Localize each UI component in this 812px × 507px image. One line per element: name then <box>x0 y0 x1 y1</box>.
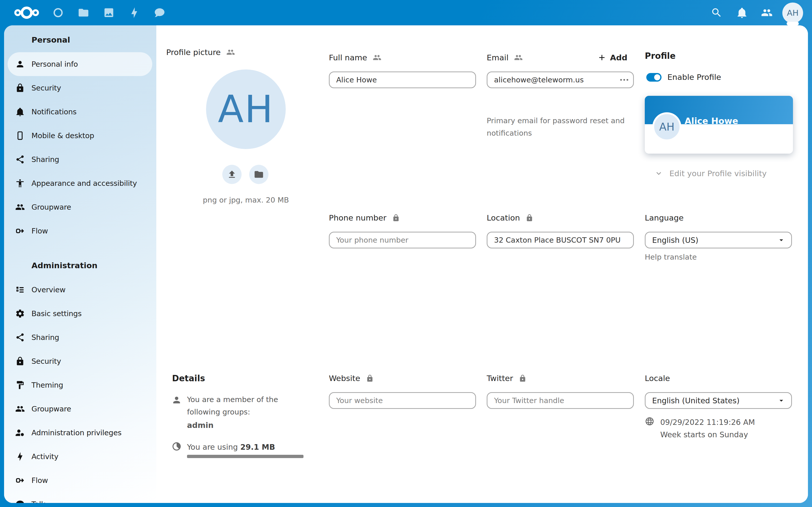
sidebar-item-flow[interactable]: Flow <box>8 219 152 243</box>
details-heading: Details <box>172 373 205 384</box>
search-icon[interactable] <box>711 7 722 18</box>
photos-icon[interactable] <box>103 7 115 18</box>
email-field-wrap <box>487 71 634 88</box>
settings-shell: Personal Personal info Security Notifica… <box>4 25 808 503</box>
group-name: admin <box>187 421 214 430</box>
sidebar-item-mobile-desktop[interactable]: Mobile & desktop <box>8 124 152 148</box>
scope-lock-icon[interactable] <box>392 214 400 222</box>
flow-icon <box>15 226 25 236</box>
bolt-icon <box>15 452 25 461</box>
full-name-input[interactable] <box>329 71 476 88</box>
sidebar-item-admin-talk[interactable]: Talk <box>8 492 152 503</box>
edit-profile-visibility-button[interactable]: Edit your Profile visibility <box>654 168 767 179</box>
sidebar-item-administration-privileges[interactable]: Administration privileges <box>8 421 152 445</box>
bell-icon <box>15 107 25 117</box>
groups-membership-text: You are a member of the following groups… <box>187 393 304 418</box>
website-input[interactable] <box>329 392 476 409</box>
settings-sidebar: Personal Personal info Security Notifica… <box>4 25 156 503</box>
sidebar-item-personal-info[interactable]: Personal info <box>8 52 152 76</box>
people-icon <box>15 202 25 212</box>
sidebar-item-admin-flow[interactable]: Flow <box>8 468 152 492</box>
scope-contacts-icon[interactable] <box>373 53 382 62</box>
sidebar-item-admin-sharing[interactable]: Sharing <box>8 326 152 349</box>
sidebar-item-notifications[interactable]: Notifications <box>8 100 152 124</box>
sidebar-item-admin-security[interactable]: Security <box>8 349 152 373</box>
enable-profile-toggle[interactable] <box>646 73 662 81</box>
lock-icon <box>15 356 25 366</box>
quota-value: 29.1 MB <box>240 443 275 451</box>
add-email-button[interactable]: Add <box>597 52 627 63</box>
talk-icon <box>15 499 25 503</box>
language-select[interactable]: English (US) <box>645 232 792 248</box>
profile-card-name: Alice Howe <box>684 116 738 126</box>
globe-icon <box>645 416 654 426</box>
contacts-icon[interactable] <box>761 7 773 18</box>
account-gear-icon <box>15 428 25 438</box>
caret-down-icon <box>777 396 785 405</box>
sidebar-header-personal: Personal <box>32 33 70 47</box>
topbar: AH <box>0 0 812 25</box>
email-input[interactable] <box>487 71 634 88</box>
twitter-label: Twitter <box>487 373 526 384</box>
gear-icon <box>15 309 25 319</box>
profile-picture-avatar: AH <box>206 69 286 149</box>
notifications-bell-icon[interactable] <box>736 7 748 18</box>
scope-lock-icon[interactable] <box>519 375 526 382</box>
quota-icon <box>171 441 182 451</box>
email-label: Email <box>487 52 523 63</box>
locale-label: Locale <box>645 373 670 384</box>
choose-avatar-from-files-button[interactable] <box>249 165 268 184</box>
upload-icon <box>227 169 237 179</box>
sidebar-item-security[interactable]: Security <box>8 76 152 100</box>
sidebar-item-groupware[interactable]: Groupware <box>8 195 152 219</box>
scope-contacts-icon[interactable] <box>514 53 523 62</box>
sidebar-item-theming[interactable]: Theming <box>8 373 152 397</box>
enable-profile-label: Enable Profile <box>667 71 721 82</box>
lock-icon <box>15 83 25 93</box>
profile-picture-label: Profile picture <box>166 47 235 58</box>
activity-icon[interactable] <box>129 7 140 18</box>
scope-lock-icon[interactable] <box>525 214 534 222</box>
twitter-input[interactable] <box>487 392 634 409</box>
language-label: Language <box>645 212 683 223</box>
talk-icon[interactable] <box>154 7 165 18</box>
sidebar-item-basic-settings[interactable]: Basic settings <box>8 302 152 326</box>
nextcloud-logo-icon[interactable] <box>13 6 41 20</box>
phone-input[interactable] <box>329 232 476 248</box>
sidebar-item-admin-activity[interactable]: Activity <box>8 445 152 468</box>
website-label: Website <box>329 373 374 384</box>
files-icon[interactable] <box>78 7 89 18</box>
scope-lock-icon[interactable] <box>366 375 374 382</box>
sidebar-item-appearance-accessibility[interactable]: Appearance and accessibility <box>8 171 152 195</box>
dashboard-icon[interactable] <box>52 7 64 18</box>
people-icon <box>15 404 25 414</box>
email-helper-text: Primary email for password reset and not… <box>487 115 644 139</box>
location-label: Location <box>487 212 534 223</box>
locale-datetime: 09/29/2022 11:19:26 AM <box>660 418 755 427</box>
email-actions-menu-icon[interactable] <box>619 75 629 85</box>
caret-down-icon <box>777 236 785 244</box>
paint-roller-icon <box>15 380 25 390</box>
language-select-value: English (US) <box>652 236 698 245</box>
upload-avatar-button[interactable] <box>222 165 242 184</box>
profile-card-avatar: AH <box>654 114 679 139</box>
quota-text: You are using 29.1 MB <box>187 443 275 451</box>
user-avatar-initials: AH <box>787 8 799 18</box>
scope-contacts-icon[interactable] <box>226 48 235 57</box>
accessibility-icon <box>15 178 25 188</box>
share-icon <box>15 333 25 342</box>
sidebar-item-admin-groupware[interactable]: Groupware <box>8 397 152 421</box>
cellphone-icon <box>15 131 25 140</box>
personal-info-content: Profile picture AH png or jpg, max. 20 M… <box>156 25 808 503</box>
plus-icon <box>597 53 606 62</box>
locale-select[interactable]: English (United States) <box>645 392 792 409</box>
sidebar-item-sharing[interactable]: Sharing <box>8 148 152 171</box>
quota-progress-bar <box>187 455 303 458</box>
user-avatar[interactable]: AH <box>782 3 803 23</box>
sidebar-item-overview[interactable]: Overview <box>8 278 152 302</box>
profile-preview-card[interactable]: AH Alice Howe <box>645 96 793 154</box>
help-translate-link[interactable]: Help translate <box>645 251 697 263</box>
sidebar-header-administration: Administration <box>32 259 97 272</box>
location-input[interactable] <box>487 232 634 248</box>
locale-select-value: English (United States) <box>652 396 740 405</box>
